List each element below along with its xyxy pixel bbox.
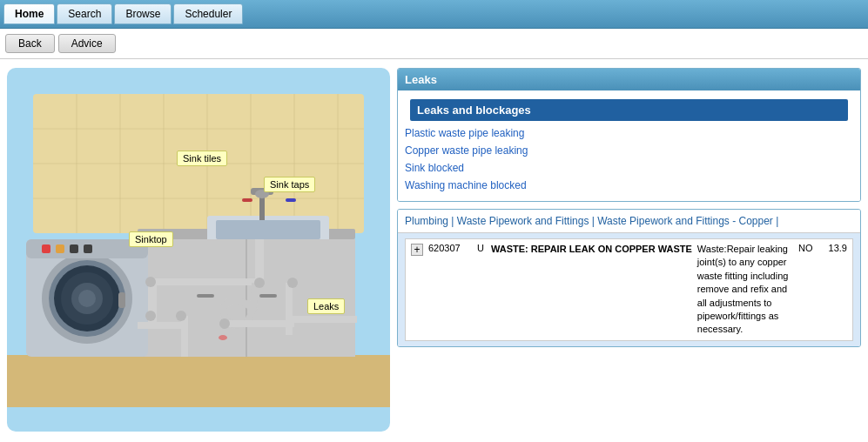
detail-body: + 620307 U WASTE: REPAIR LEAK ON COPPER … <box>398 233 860 346</box>
detail-unit: U <box>477 243 486 253</box>
svg-point-43 <box>254 278 265 288</box>
back-button[interactable]: Back <box>5 34 55 53</box>
svg-rect-33 <box>56 244 64 253</box>
leaks-item-3[interactable]: Washing machine blocked <box>405 177 853 194</box>
svg-rect-37 <box>255 239 264 283</box>
second-toolbar: Back Advice <box>0 29 868 59</box>
svg-rect-51 <box>138 322 185 329</box>
svg-point-30 <box>78 290 96 307</box>
nav-tab-home[interactable]: Home <box>3 3 55 24</box>
leaks-header: Leaks <box>398 69 860 90</box>
right-panel: Leaks Leaks and blockages Plastic waste … <box>397 68 861 432</box>
nav-tab-browse[interactable]: Browse <box>114 3 172 24</box>
svg-rect-19 <box>286 198 296 202</box>
detail-description: Waste:Repair leaking joint(s) to any cop… <box>697 243 793 337</box>
detail-row: + 620307 U WASTE: REPAIR LEAK ON COPPER … <box>405 238 853 341</box>
svg-rect-0 <box>7 355 390 407</box>
tooltip-sink-taps[interactable]: Sink taps <box>264 177 315 192</box>
svg-rect-40 <box>225 320 294 327</box>
detail-name: WASTE: REPAIR LEAK ON COPPER WASTE <box>491 243 692 256</box>
svg-rect-18 <box>242 198 252 202</box>
advice-button[interactable]: Advice <box>58 34 116 53</box>
svg-rect-32 <box>42 244 50 253</box>
svg-rect-23 <box>259 294 277 298</box>
svg-rect-35 <box>84 244 92 253</box>
leaks-item-1[interactable]: Copper waste pipe leaking <box>405 142 853 159</box>
leaks-item-2[interactable]: Sink blocked <box>405 159 853 177</box>
nav-tab-scheduler[interactable]: Scheduler <box>173 3 243 24</box>
detail-breadcrumb: Plumbing | Waste Pipework and Fittings |… <box>398 210 860 233</box>
nav-tab-search[interactable]: Search <box>57 3 112 24</box>
tooltip-leaks[interactable]: Leaks <box>307 298 345 314</box>
leaks-section: Leaks Leaks and blockages Plastic waste … <box>397 68 861 202</box>
svg-rect-41 <box>286 283 293 335</box>
leaks-item-0[interactable]: Plastic waste pipe leaking <box>405 124 853 142</box>
leaks-subheader: Leaks and blockages <box>410 99 848 121</box>
svg-point-44 <box>145 277 156 287</box>
svg-rect-22 <box>197 294 214 298</box>
expand-button[interactable]: + <box>411 244 423 256</box>
svg-point-47 <box>219 318 230 329</box>
illustration-panel: Sink tiles Sink taps Sinktop Leaks <box>7 68 390 432</box>
svg-rect-50 <box>287 316 357 323</box>
tooltip-sink-tiles[interactable]: Sink tiles <box>177 151 227 166</box>
leaks-body: Leaks and blockages Plastic waste pipe l… <box>398 90 860 201</box>
svg-rect-14 <box>216 220 320 239</box>
top-nav-bar: Home Search Browse Scheduler <box>0 0 868 29</box>
detail-code: 620307 <box>428 243 472 253</box>
svg-rect-34 <box>70 244 78 253</box>
svg-point-45 <box>145 311 156 321</box>
svg-point-49 <box>219 335 227 340</box>
main-content: Sink tiles Sink taps Sinktop Leaks Leaks… <box>0 59 868 440</box>
svg-rect-38 <box>148 278 261 285</box>
detail-price: 13.9 <box>821 243 847 253</box>
tooltip-sinktop[interactable]: Sinktop <box>129 231 173 247</box>
detail-no: NO <box>798 243 816 253</box>
detail-section: Plumbing | Waste Pipework and Fittings |… <box>397 209 861 347</box>
svg-rect-36 <box>118 292 125 308</box>
svg-point-48 <box>287 278 298 288</box>
svg-point-46 <box>176 311 186 321</box>
